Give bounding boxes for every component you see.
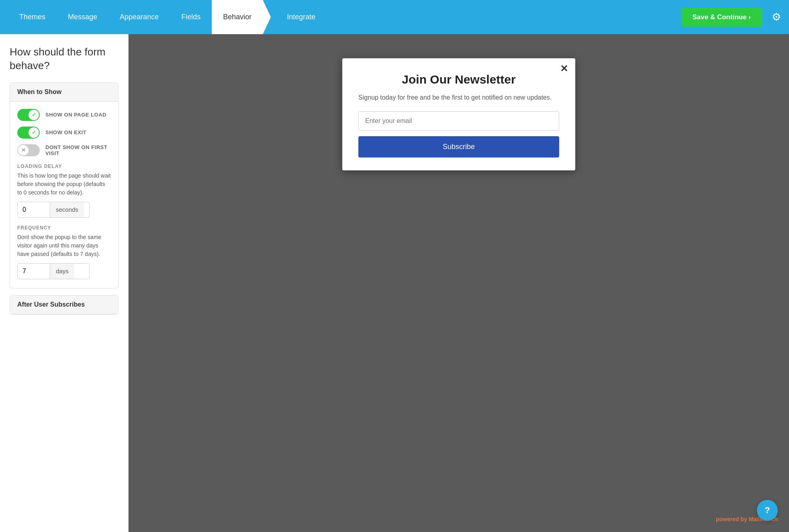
gear-icon[interactable]: ⚙ xyxy=(772,11,781,23)
nav-item-behavior[interactable]: Behavior xyxy=(212,0,271,34)
nav-item-message[interactable]: Message xyxy=(57,0,108,34)
popup-email-input[interactable] xyxy=(358,111,559,131)
loading-delay-unit: seconds xyxy=(50,202,84,217)
after-subscribes-header: After User Subscribes xyxy=(10,295,118,314)
when-to-show-card: When to Show ✓ SHOW ON PAGE LOAD xyxy=(10,82,119,289)
nav-item-themes[interactable]: Themes xyxy=(8,0,57,34)
right-panel-preview: ✕ Join Our Newsletter Signup today for f… xyxy=(129,34,789,532)
popup-subscribe-button[interactable]: Subscribe xyxy=(358,136,559,158)
frequency-input-row: days xyxy=(17,263,90,279)
frequency-unit: days xyxy=(50,264,74,279)
loading-delay-label: LOADING DELAY xyxy=(17,164,111,169)
frequency-input[interactable] xyxy=(18,264,50,279)
toggle-show-on-page-load[interactable]: ✓ xyxy=(17,109,40,121)
toggle-row-dont-show-first-visit: ✕ DONT SHOW ON FIRST VISIT xyxy=(17,144,111,156)
popup-close-button[interactable]: ✕ xyxy=(560,64,568,74)
main-layout: How should the form behave? When to Show… xyxy=(0,34,789,532)
popup-subtitle: Signup today for free and be the first t… xyxy=(358,93,559,102)
left-panel: How should the form behave? When to Show… xyxy=(0,34,129,532)
help-button[interactable]: ? xyxy=(757,500,778,521)
popup-title: Join Our Newsletter xyxy=(358,73,559,86)
when-to-show-body: ✓ SHOW ON PAGE LOAD ✓ SHOW ON EXIT xyxy=(10,102,118,288)
loading-delay-desc: This is how long the page should wait be… xyxy=(17,172,111,197)
toggle-dont-show-first-visit[interactable]: ✕ xyxy=(17,144,40,156)
nav-item-integrate[interactable]: Integrate xyxy=(271,0,327,34)
toggle-label-show-on-exit: SHOW ON EXIT xyxy=(45,129,86,135)
loading-delay-input[interactable] xyxy=(18,202,50,217)
save-continue-button[interactable]: Save & Continue › xyxy=(681,8,762,27)
after-subscribes-card: After User Subscribes xyxy=(10,295,119,315)
toggle-label-dont-show-first-visit: DONT SHOW ON FIRST VISIT xyxy=(45,144,111,156)
frequency-label: FREQUENCY xyxy=(17,225,111,231)
nav-bar: Themes Message Appearance Fields Behavio… xyxy=(8,0,681,34)
toggle-row-show-on-exit: ✓ SHOW ON EXIT xyxy=(17,127,111,139)
page-title: How should the form behave? xyxy=(10,45,119,73)
nav-item-appearance[interactable]: Appearance xyxy=(108,0,170,34)
header: Themes Message Appearance Fields Behavio… xyxy=(0,0,789,34)
frequency-desc: Dont show the popup to the same visitor … xyxy=(17,233,111,258)
toggle-show-on-exit[interactable]: ✓ xyxy=(17,127,40,139)
popup-modal: ✕ Join Our Newsletter Signup today for f… xyxy=(342,58,575,170)
toggle-label-page-load: SHOW ON PAGE LOAD xyxy=(45,112,106,118)
loading-delay-input-row: seconds xyxy=(17,202,90,218)
when-to-show-header: When to Show xyxy=(10,83,118,102)
nav-item-fields[interactable]: Fields xyxy=(170,0,212,34)
toggle-row-page-load: ✓ SHOW ON PAGE LOAD xyxy=(17,109,111,121)
